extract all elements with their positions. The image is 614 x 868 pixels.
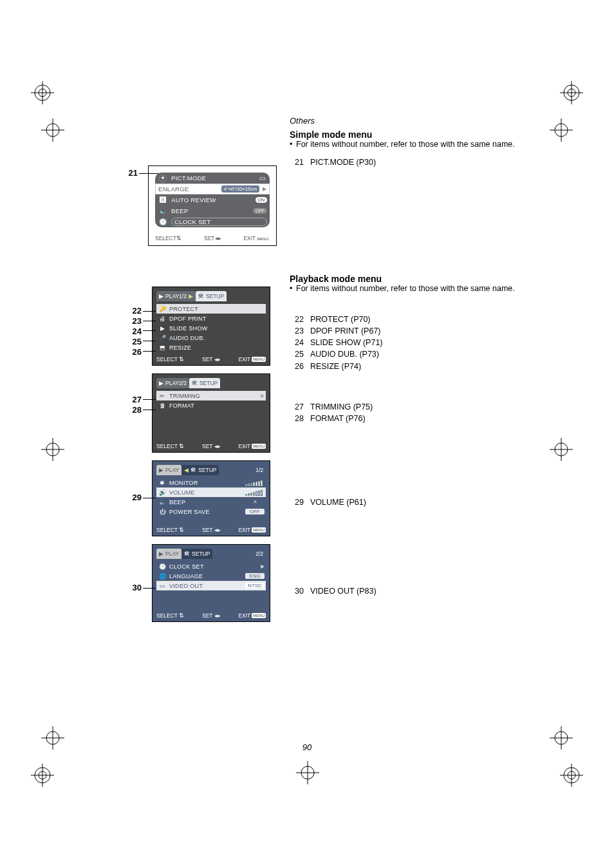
footer-set: SET (202, 356, 213, 363)
tab-play-label: PLAY1/2 (165, 293, 187, 299)
printers-mark-corner-icon (31, 81, 54, 104)
row-power-save: ⏻POWER SAVEOFF (156, 507, 266, 516)
updown-icon: ⇅ (179, 443, 184, 449)
callout-22: 22 (126, 306, 142, 316)
review-icon: 🅰 (158, 196, 168, 203)
tab-setup: 🛠SETUP (196, 291, 227, 301)
leftright-icon: ◂▸ (214, 612, 221, 619)
lcd-footer: SELECT⇅ SET◂▸ EXITMENU (155, 235, 270, 241)
leader-line (143, 311, 156, 312)
callout-23: 23 (126, 316, 142, 326)
label-auto-review: AUTO REVIEW (171, 196, 252, 203)
tab-play-label: PLAY (165, 467, 179, 473)
tab-setup: 🛠SETUP (189, 378, 220, 388)
playback-lcd-2: ▶PLAY2/2 🛠SETUP ✂TRIMMING▶ 🗑FORMAT SELEC… (152, 373, 270, 453)
registration-mark-icon (550, 726, 573, 750)
speaker-icon: 🔈 (158, 499, 167, 505)
tab-play: ▶PLAY2/2 (156, 378, 189, 388)
footer-set: SET (202, 527, 213, 533)
label-volume: VOLUME (169, 489, 241, 496)
format-icon: 🗑 (158, 402, 167, 409)
ref-text: PROTECT (P70) (310, 314, 371, 325)
chevron-right-icon: ▶ (189, 293, 193, 299)
value-off: OFF (253, 208, 267, 214)
ref-item: 28FORMAT (P76) (290, 413, 373, 424)
row-resize: ⬒RESIZE (156, 343, 266, 352)
footer-menu-badge: MENU (256, 236, 270, 241)
callout-25: 25 (126, 337, 142, 346)
ref-num: 26 (290, 361, 304, 372)
wrench-icon: 🛠 (198, 293, 204, 299)
ref-item: 25AUDIO DUB. (P73) (290, 348, 383, 360)
label-resize: RESIZE (169, 344, 265, 351)
footer-set: SET (202, 443, 213, 449)
printers-mark-corner-icon (560, 81, 583, 104)
note-playback: •For items without number, refer to thos… (290, 284, 537, 293)
speaker-icon: 🔊 (158, 489, 167, 496)
callout-24: 24 (126, 326, 142, 336)
printers-mark-corner-icon (560, 764, 583, 787)
callout-21: 21 (122, 168, 138, 178)
label-video-out: VIDEO OUT (169, 583, 243, 589)
ref-text: VIDEO OUT (P83) (310, 585, 377, 597)
heading-simple-mode: Simple mode menu (290, 129, 537, 140)
value-enlarge: 4"×6"/10×15cm (221, 185, 259, 193)
row-protect: 🔑PROTECT (156, 304, 266, 314)
play-icon: ▶ (159, 380, 163, 386)
updown-icon: ⇅ (176, 235, 181, 241)
slide-icon: ▶ (158, 325, 167, 332)
row-slide: ▶SLIDE SHOW (156, 323, 266, 333)
clock-icon: 🕒 (158, 563, 167, 570)
row-video-out: ▭VIDEO OUTNTSC (156, 581, 266, 590)
page-number: 90 (77, 742, 537, 752)
ref-item: 26RESIZE (P74) (290, 361, 383, 372)
footer-select: SELECT (156, 356, 178, 363)
simple-mode-lcd: ♥ PICT.MODE ▭ ENLARGE 4"×6"/10×15cm ▶ 🅰 … (148, 165, 277, 246)
ref-text: DPOF PRINT (P67) (310, 325, 381, 337)
label-format: FORMAT (169, 402, 265, 409)
row-pict-mode: ♥ PICT.MODE ▭ (155, 173, 270, 184)
callout-26: 26 (126, 347, 142, 357)
value-bars (243, 489, 265, 496)
label-beep: BEEP (169, 499, 243, 505)
chevron-right-icon: ▶ (261, 393, 265, 399)
callout-30: 30 (126, 583, 142, 592)
footer-set: SET (202, 612, 213, 619)
leftright-icon: ◂▸ (215, 235, 221, 241)
section-label: Others (290, 116, 537, 126)
row-clock-set: 🕒CLOCK SET▶ (156, 561, 266, 571)
video-icon: ▭ (158, 583, 167, 589)
leader-line (143, 588, 156, 589)
registration-mark-icon (550, 118, 573, 142)
label-monitor: MONITOR (169, 480, 241, 486)
clock-icon: 🕒 (158, 218, 168, 225)
footer-exit: EXIT (238, 356, 250, 363)
lcd-footer: SELECT⇅ SET◂▸ EXITMENU (156, 443, 266, 449)
label-clock-set: CLOCK SET (171, 218, 267, 226)
footer-exit: EXIT (238, 443, 250, 449)
tab-play-label: PLAY2/2 (165, 380, 187, 386)
footer-select: SELECT (155, 235, 176, 241)
wrench-icon: 🛠 (184, 551, 190, 557)
updown-icon: ⇅ (179, 612, 184, 619)
leader-line (143, 341, 156, 341)
label-dpof: DPOF PRINT (169, 316, 265, 322)
note-simple-text: For items without number, refer to those… (296, 140, 515, 149)
row-beep: 🔈 BEEP OFF (155, 205, 270, 216)
row-language: 🌐LANGUAGEENG (156, 571, 266, 581)
ref-num: 21 (290, 156, 304, 168)
tab-play-label: PLAY (165, 551, 179, 557)
playback-lcd-4: ▶PLAY 🛠SETUP 2/2 🕒CLOCK SET▶ 🌐LANGUAGEEN… (152, 544, 270, 622)
ref-num: 22 (290, 314, 304, 325)
lcd-footer: SELECT⇅ SET◂▸ EXITMENU (156, 356, 266, 363)
footer-select: SELECT (156, 527, 178, 533)
ref-item: 30VIDEO OUT (P83) (290, 585, 377, 597)
ref-item: 27TRIMMING (P75) (290, 401, 373, 413)
footer-menu-badge: MENU (252, 444, 266, 449)
tab-setup-label: SETUP (200, 380, 218, 386)
heading-playback-mode: Playback mode menu (290, 274, 537, 284)
registration-mark-icon (550, 438, 573, 461)
tab-play: ▶PLAY (156, 465, 181, 475)
ref-num: 24 (290, 337, 304, 348)
footer-exit: EXIT (238, 612, 250, 619)
